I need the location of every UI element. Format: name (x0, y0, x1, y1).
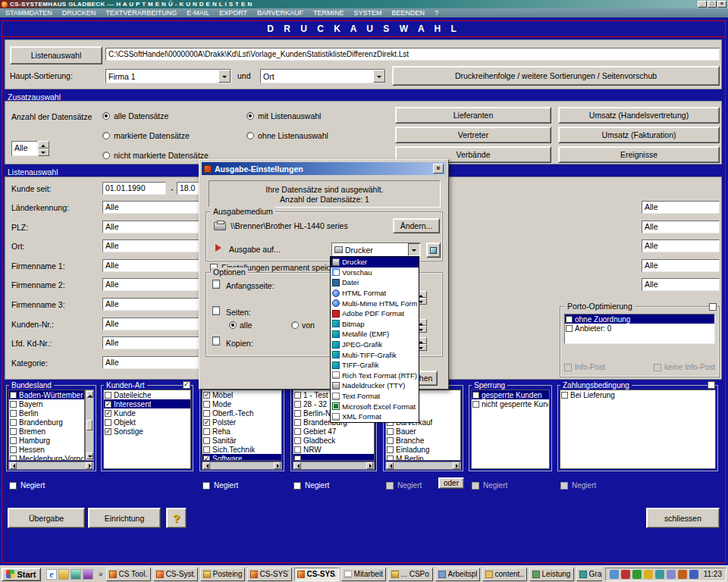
dropdown-option[interactable]: Datei (331, 277, 419, 288)
checkbox-icon[interactable] (294, 410, 301, 417)
filter-group-checkbox[interactable] (183, 381, 190, 389)
dropdown-option[interactable]: Nadeldrucker (TTY) (331, 380, 419, 391)
list-item[interactable]: M Berlin (386, 454, 460, 461)
scroll-right-icon[interactable] (453, 462, 460, 469)
dropdown-option[interactable]: Rich Text Format (RTF) (331, 371, 419, 381)
checkbox-icon[interactable] (202, 482, 210, 490)
checkbox-icon[interactable] (387, 428, 394, 435)
kunde-seit-from-field[interactable]: 01.01.1990 (102, 182, 166, 195)
listenauswahl-button[interactable]: Listenauswahl (10, 46, 102, 64)
dropdown-option[interactable]: Microsoft Excel Format (331, 401, 419, 411)
template-path-field[interactable]: C:\CSSoftHandel\0000000A\Drakk\Kd\Lst\Vo… (105, 48, 720, 61)
list-item[interactable]: Einladung (386, 445, 460, 454)
checkbox-icon[interactable] (472, 392, 479, 399)
porto-option[interactable]: Info-Post (564, 363, 605, 371)
checkbox-icon[interactable] (10, 410, 17, 417)
checkbox-icon[interactable] (10, 446, 17, 453)
list-item[interactable]: Dateileiche (104, 390, 190, 399)
dropdown-option[interactable]: Bitmap (331, 319, 419, 330)
alle-spinner[interactable]: Alle (11, 141, 49, 156)
uebergabe-button[interactable]: Übergabe (8, 508, 85, 528)
primary-sort-combo[interactable]: Firma 1 (105, 69, 231, 83)
chevron-down-icon[interactable] (218, 70, 231, 83)
scroll-left-icon[interactable] (10, 462, 17, 469)
filter-field-right[interactable]: Alle (642, 259, 720, 272)
aendern-button[interactable]: Ändern... (393, 218, 440, 233)
list-item[interactable]: Bei Lieferung (560, 390, 715, 399)
horizontal-scrollbar[interactable] (293, 462, 375, 470)
list-item[interactable]: Polster (202, 418, 281, 427)
checkbox-icon[interactable] (10, 437, 17, 444)
list-item[interactable]: NRW (293, 445, 374, 454)
dropdown-option[interactable]: Multi-TIFF-Grafik (331, 349, 419, 360)
dropdown-option[interactable]: XML Format (331, 411, 419, 422)
task-button[interactable]: CS Tool... (106, 568, 151, 581)
task-button[interactable]: ... CSPo... (388, 568, 433, 581)
horizontal-scrollbar[interactable] (8, 462, 94, 470)
checkbox-icon[interactable] (105, 428, 111, 435)
checkbox-icon[interactable] (10, 392, 17, 399)
checkbox-icon[interactable] (294, 446, 301, 453)
tray-icon[interactable] (644, 570, 653, 579)
checkbox-icon[interactable] (294, 455, 301, 462)
list-item[interactable]: Oberfl.-Tech (202, 408, 281, 418)
scroll-up-icon[interactable] (86, 391, 93, 398)
output-settings-button[interactable] (426, 242, 441, 258)
radio-option[interactable]: mit Listenauswahl (246, 111, 328, 120)
list-item[interactable]: Möbel (202, 390, 281, 399)
checkbox-icon[interactable] (203, 428, 210, 435)
negiert-option[interactable]: Negiert (293, 481, 329, 490)
task-button[interactable]: Graphics... (576, 568, 602, 581)
checkbox-icon[interactable] (294, 437, 301, 444)
radio-option[interactable]: ohne Listenauswahl (246, 130, 328, 140)
list-item[interactable]: Berlin (9, 408, 84, 418)
negiert-option[interactable]: Negiert (472, 481, 507, 490)
close-button[interactable]: × (717, 1, 726, 8)
help-button[interactable]: ? (166, 508, 187, 528)
checkbox-icon[interactable] (203, 401, 210, 408)
list-item[interactable]: Hamburg (9, 436, 84, 445)
checkbox-icon[interactable] (10, 401, 17, 408)
tray-icon[interactable] (632, 570, 642, 579)
task-button[interactable]: Mitarbeit... (341, 568, 386, 581)
tray-icon[interactable] (621, 570, 630, 579)
list-item[interactable]: Bremen (9, 427, 84, 436)
list-item[interactable]: ohne Zuordnung (565, 314, 714, 324)
dropdown-option[interactable]: Drucker (331, 257, 419, 268)
checkbox-icon[interactable] (203, 419, 210, 426)
menu-item[interactable]: E-MAIL (187, 9, 209, 17)
list-item[interactable]: Bayern (9, 399, 84, 408)
scroll-right-icon[interactable] (366, 462, 373, 469)
checkbox-icon[interactable] (566, 325, 573, 332)
start-button[interactable]: Start (2, 568, 41, 581)
selection-button[interactable]: Vertreter (395, 127, 551, 143)
checkbox-icon[interactable] (294, 419, 301, 426)
filter-group-checkbox[interactable] (708, 381, 715, 389)
checkbox-icon[interactable] (566, 316, 573, 323)
selection-button[interactable]: Ereignisse (558, 146, 720, 163)
list-item[interactable]: Mode (202, 399, 281, 408)
checkbox-icon[interactable] (105, 419, 111, 426)
list-item[interactable]: Mecklenburg-Vorpommern (9, 454, 84, 461)
output-medium-combo[interactable]: Drucker (331, 242, 421, 257)
filter-field-right[interactable]: Alle (642, 201, 720, 214)
task-button[interactable]: CS-Syst... (153, 568, 198, 581)
menu-item[interactable]: DRUCKEN (62, 9, 96, 17)
checkbox-icon[interactable] (10, 455, 17, 462)
minimize-button[interactable]: _ (698, 1, 707, 8)
checkbox-icon[interactable] (203, 437, 210, 444)
list-item[interactable]: Objekt (104, 418, 190, 427)
dropdown-option[interactable]: Vorschau (331, 268, 419, 278)
schliessen-button[interactable]: schliessen (646, 508, 720, 528)
checkbox-icon[interactable] (387, 455, 394, 462)
negiert-option[interactable]: Negiert (560, 481, 596, 490)
filter-field-right[interactable]: Alle (642, 221, 720, 233)
dropdown-option[interactable]: Adobe PDF Format (331, 308, 419, 319)
dropdown-option[interactable]: TIFF-Grafik (331, 360, 419, 371)
list-item[interactable]: Brandenburg (9, 418, 84, 427)
einrichtung-button[interactable]: Einrichtung (88, 508, 161, 528)
dialog-close-button[interactable]: × (433, 164, 444, 174)
checkbox-icon[interactable] (105, 401, 111, 408)
seiten-alle-radio[interactable]: alle (229, 321, 252, 330)
checkbox-icon[interactable] (10, 419, 17, 426)
